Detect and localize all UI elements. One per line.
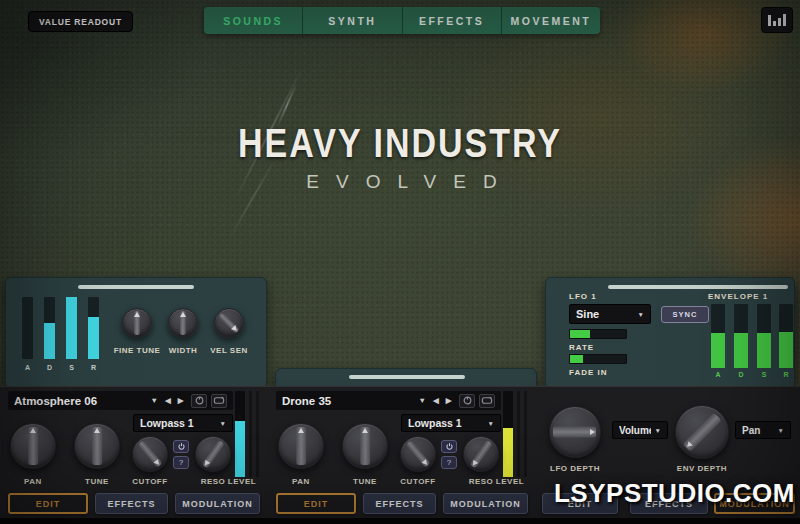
release-label: R (85, 364, 102, 371)
attack-slider[interactable] (22, 297, 33, 359)
effects-button[interactable]: EFFECTS (95, 493, 168, 514)
width-knob[interactable] (168, 308, 198, 338)
loop-icon (481, 395, 493, 406)
filter-power-button[interactable] (441, 440, 457, 453)
tab-effects[interactable]: EFFECTS (402, 7, 501, 34)
effects-button[interactable]: EFFECTS (363, 493, 436, 514)
vel-sen-label: VEL SEN (199, 346, 259, 355)
release-slider[interactable] (88, 297, 99, 359)
tune-label: TUNE (340, 477, 390, 486)
modulation-button[interactable]: MODULATION (714, 493, 795, 514)
reload-button[interactable] (191, 394, 207, 408)
dropdown-arrow-icon[interactable]: ▼ (147, 396, 161, 405)
cutoff-knob[interactable] (132, 436, 168, 472)
lfo-depth-knob[interactable] (549, 406, 601, 458)
filter-help-button[interactable]: ? (173, 456, 189, 469)
edit-button[interactable]: EDIT (542, 493, 618, 514)
pan-knob[interactable] (10, 423, 56, 469)
tune-knob[interactable] (342, 423, 388, 469)
preset-name: Drone 35 (282, 395, 415, 407)
filter-type-dropdown[interactable]: Lowpass 1 ▼ (401, 414, 501, 432)
env-sustain-bar[interactable] (757, 304, 771, 368)
level-slider[interactable] (235, 391, 245, 477)
env-attack-bar[interactable] (711, 304, 725, 368)
dropdown-arrow-icon[interactable]: ▼ (415, 396, 429, 405)
tune-knob[interactable] (74, 423, 120, 469)
env-sustain-label: S (757, 371, 771, 378)
level-meter (517, 391, 520, 477)
attack-label: A (19, 364, 36, 371)
cutoff-label: CUTOFF (393, 477, 443, 486)
tune-label: TUNE (72, 477, 122, 486)
cutoff-label: CUTOFF (125, 477, 175, 486)
lfo-depth-label: LFO DEPTH (539, 464, 611, 473)
lfo-target-value: Volume (619, 425, 651, 436)
reload-button[interactable] (459, 394, 475, 408)
tab-sounds[interactable]: SOUNDS (204, 7, 302, 34)
filter-help-button[interactable]: ? (441, 456, 457, 469)
next-preset-icon[interactable]: ▶ (442, 396, 455, 405)
lfo-waveform-dropdown[interactable]: Sine ▼ (569, 304, 651, 324)
preset-name: Atmosphere 06 (14, 395, 147, 407)
cutoff-knob[interactable] (400, 436, 436, 472)
help-icon: ? (179, 458, 183, 467)
bottom-edge (0, 518, 800, 524)
filter-type-dropdown[interactable]: Lowpass 1 ▼ (133, 414, 233, 432)
vel-sen-knob[interactable] (214, 308, 244, 338)
power-icon (445, 442, 454, 451)
channel-strip-2: Drone 35 ▼ ◀ ▶ Lowpass 1 (268, 386, 536, 518)
reload-icon (194, 395, 205, 406)
env-depth-knob[interactable] (675, 405, 729, 459)
preset-selector[interactable]: Drone 35 ▼ ◀ ▶ (276, 391, 501, 410)
edit-button[interactable]: EDIT (8, 493, 88, 514)
pan-label: PAN (276, 477, 326, 486)
env-depth-label: ENV DEPTH (666, 464, 738, 473)
dropdown-arrow-icon: ▼ (488, 420, 494, 427)
tab-synth[interactable]: SYNTH (302, 7, 401, 34)
next-preset-icon[interactable]: ▶ (174, 396, 187, 405)
lfo-rate-slider[interactable] (569, 329, 627, 339)
lfo-fade-in-slider[interactable] (569, 354, 627, 364)
amp-envelope-panel: A D S R FINE TUNE WIDTH VEL SEN (5, 277, 267, 389)
env-decay-bar[interactable] (734, 304, 748, 368)
level-slider[interactable] (503, 391, 513, 477)
modulation-button[interactable]: MODULATION (175, 493, 260, 514)
effects-button[interactable]: EFFECTS (630, 493, 708, 514)
prev-preset-icon[interactable]: ◀ (161, 396, 174, 405)
pan-knob[interactable] (278, 423, 324, 469)
tab-movement[interactable]: MOVEMENT (501, 7, 600, 34)
lfo-title: LFO 1 (569, 292, 597, 301)
env-target-dropdown[interactable]: Pan ▼ (735, 421, 791, 439)
level-label: LEVEL (485, 477, 535, 486)
lfo-waveform-value: Sine (576, 308, 634, 320)
lfo-target-dropdown[interactable]: Volume ▼ (612, 421, 668, 439)
edit-button[interactable]: EDIT (276, 493, 356, 514)
modulation-button[interactable]: MODULATION (443, 493, 528, 514)
plugin-window: VALUE READOUT SOUNDS SYNTH EFFECTS MOVEM… (0, 0, 800, 524)
env-release-label: R (779, 371, 793, 378)
filter-type-value: Lowpass 1 (408, 417, 484, 429)
value-readout-display: VALUE READOUT (28, 11, 133, 32)
loop-button[interactable] (479, 394, 495, 408)
filter-power-button[interactable] (173, 440, 189, 453)
modulation-section: LFO DEPTH Volume ▼ ENV DEPTH Pan ▼ EDIT … (536, 386, 800, 518)
lfo-fade-in-label: FADE IN (569, 368, 608, 377)
panel-handle (349, 375, 465, 379)
lfo-sync-button[interactable]: SYNC (661, 306, 709, 323)
reso-knob[interactable] (463, 436, 499, 472)
loop-icon (213, 395, 225, 406)
loop-button[interactable] (211, 394, 227, 408)
env-decay-label: D (734, 371, 748, 378)
decay-slider[interactable] (44, 297, 55, 359)
dropdown-arrow-icon: ▼ (778, 427, 784, 434)
preset-selector[interactable]: Atmosphere 06 ▼ ◀ ▶ (8, 391, 233, 410)
env-release-bar[interactable] (779, 304, 793, 368)
fine-tune-knob[interactable] (122, 308, 152, 338)
pan-label: PAN (8, 477, 58, 486)
prev-preset-icon[interactable]: ◀ (429, 396, 442, 405)
output-meter-button[interactable] (761, 7, 793, 33)
dropdown-arrow-icon: ▼ (638, 311, 644, 318)
sustain-slider[interactable] (66, 297, 77, 359)
reso-knob[interactable] (195, 436, 231, 472)
dropdown-arrow-icon: ▼ (220, 420, 226, 427)
